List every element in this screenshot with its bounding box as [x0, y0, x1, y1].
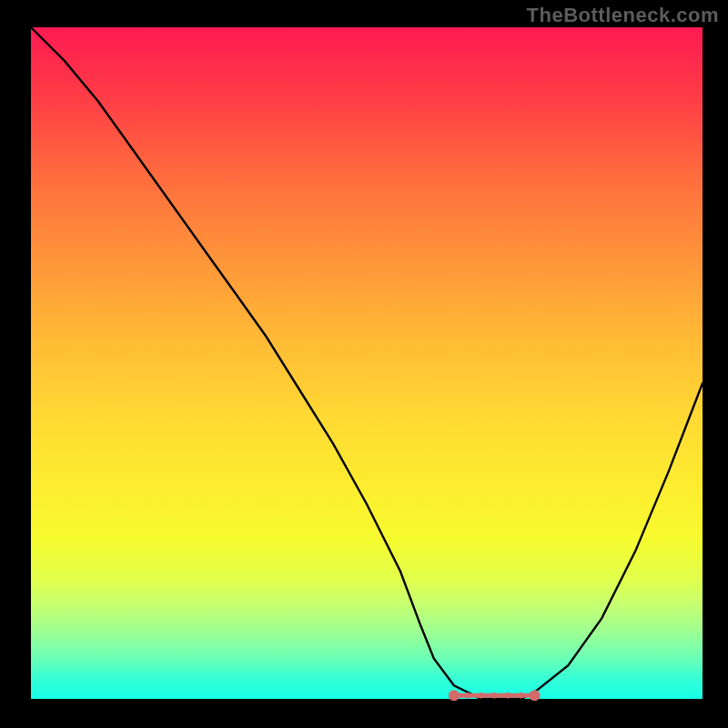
trough-dot-icon — [478, 693, 483, 698]
chart-frame: TheBottleneck.com — [0, 0, 728, 728]
trough-dot-icon — [519, 693, 524, 698]
watermark-text: TheBottleneck.com — [527, 4, 719, 27]
bottleneck-curve — [31, 27, 703, 699]
plot-area — [31, 27, 703, 699]
trough-dot-icon — [505, 693, 511, 698]
trough-dot-icon — [465, 693, 470, 698]
bottleneck-curve-layer — [31, 27, 703, 699]
trough-dot-icon — [491, 693, 497, 698]
